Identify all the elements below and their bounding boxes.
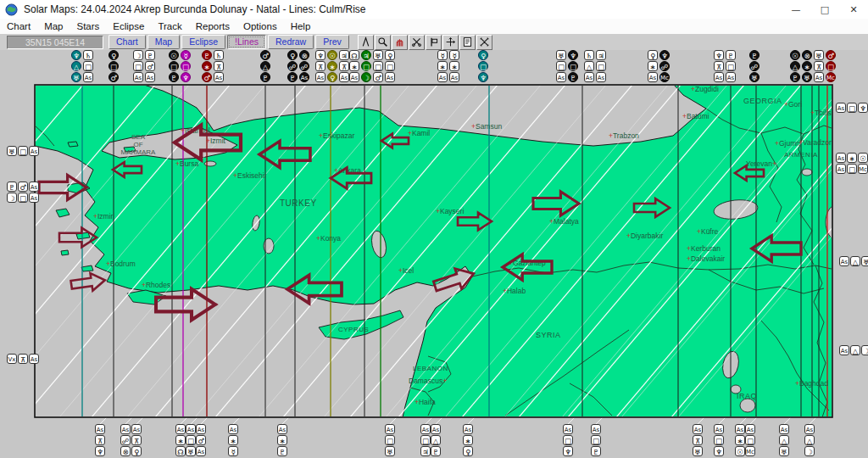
menu-item-map[interactable]: Map <box>37 21 70 31</box>
toolbar-button-redraw[interactable]: Redraw <box>268 35 314 49</box>
city-label: +Eskipazar <box>319 131 354 140</box>
island <box>68 142 78 147</box>
region-label: IRAQ <box>737 392 757 400</box>
leader-line <box>191 417 198 424</box>
city-label: +Trabzon <box>609 131 639 140</box>
menu-item-options[interactable]: Options <box>236 21 284 31</box>
app-icon <box>5 3 18 16</box>
hand-icon[interactable] <box>392 35 408 50</box>
toolbar-button-lines[interactable]: !Lines <box>227 35 266 49</box>
toolbar-button-prev[interactable]: Prev <box>315 35 349 49</box>
city-label: +Kayseri <box>436 207 464 215</box>
city-label: +Tbilisi <box>810 109 833 117</box>
city-label: +Bursa <box>175 159 198 168</box>
city-label: +Konya <box>316 234 341 243</box>
city-label: +Dalevakair <box>687 254 725 263</box>
leader-line <box>740 417 747 424</box>
menu-item-eclipse[interactable]: Eclipse <box>106 21 151 31</box>
menu-bar: ChartMapStarsEclipseTrackReportsOptionsH… <box>0 19 868 35</box>
leader-line <box>181 417 187 424</box>
city-label: +Kamil <box>408 129 430 137</box>
leader-line <box>426 417 432 424</box>
leader-line <box>390 417 397 424</box>
rotate-icon[interactable] <box>476 35 492 50</box>
lake <box>740 399 755 412</box>
menu-item-chart[interactable]: Chart <box>0 21 37 31</box>
toolbar: 35N15 045E14 ChartMapEclipse!LinesRedraw… <box>0 34 868 50</box>
region-label: CYPRUS <box>338 326 369 333</box>
window-title: Solar Maps: 24.04.2024 Akrep Burcunda Do… <box>24 3 366 15</box>
city-label: +Bodrum <box>106 260 136 268</box>
leader-line <box>719 417 726 424</box>
city-label: +Haifa <box>415 398 436 406</box>
leader-line <box>100 417 107 424</box>
city-label: +Diyarbakir <box>626 232 663 240</box>
solar-maps-window: +Istanbul+Izmit+Bursa+Izmir+Bodrum+Rhode… <box>0 0 868 458</box>
leader-line <box>282 417 289 424</box>
leader-line <box>698 417 704 424</box>
lake <box>802 169 812 176</box>
leader-line <box>125 417 132 424</box>
region-label: SYRIA <box>536 331 561 339</box>
city-label: +Samsun <box>471 122 502 131</box>
city-label: +Zugdidi <box>691 85 719 93</box>
region-label: LEBANON <box>413 365 448 372</box>
city-label: +Halab <box>503 287 526 295</box>
menu-item-track[interactable]: Track <box>151 21 188 31</box>
toolbar-button-map[interactable]: Map <box>147 35 180 49</box>
island <box>61 250 69 255</box>
menu-item-help[interactable]: Help <box>284 21 318 31</box>
minimize-button[interactable]: — <box>782 0 810 19</box>
menu-item-reports[interactable]: Reports <box>189 21 236 31</box>
close-button[interactable]: ✕ <box>839 0 868 19</box>
leader-line <box>784 417 791 424</box>
leader-line <box>136 417 143 424</box>
leader-line <box>436 417 442 424</box>
city-label: +Malatya <box>549 217 579 226</box>
city-label: +Küfre <box>697 227 719 236</box>
map-content: +Istanbul+Izmit+Bursa+Izmir+Bodrum+Rhode… <box>0 85 868 417</box>
city-label: Damascus+ <box>409 377 447 385</box>
leader-line <box>750 417 757 424</box>
scissors-icon[interactable] <box>409 35 425 50</box>
city-label: +Izmit <box>206 137 226 145</box>
move-icon[interactable] <box>442 35 459 50</box>
coordinate-display: 35N15 045E14 <box>7 36 103 49</box>
menu-item-stars[interactable]: Stars <box>70 21 107 31</box>
zoom-icon[interactable] <box>375 35 391 50</box>
city-label: +Varadzor <box>798 138 832 147</box>
leader-line <box>810 417 816 424</box>
toolbar-button-eclipse[interactable]: Eclipse <box>181 35 225 49</box>
maximize-button[interactable]: □ <box>810 0 839 19</box>
leader-line <box>201 417 208 424</box>
city-label: +Eskisehir <box>233 171 267 180</box>
region-label: GEORGIA <box>743 97 782 105</box>
city-label: +Rhodes <box>142 281 170 289</box>
leader-line <box>596 417 603 424</box>
city-label: +Izmir <box>93 212 114 221</box>
city-label: Yerevan+ <box>746 159 776 168</box>
region-label: TURKEY <box>280 198 317 208</box>
compass-icon[interactable] <box>358 35 374 50</box>
lake <box>826 205 846 239</box>
city-label: +Baghdad <box>795 379 828 388</box>
leader-line <box>468 417 475 424</box>
lake <box>204 161 216 166</box>
region-label: ARMENIA <box>784 151 818 159</box>
leader-line <box>233 417 240 424</box>
city-label: +Batumi <box>682 112 709 120</box>
city-label: +Icel <box>398 266 414 275</box>
city-label: +Kerburan <box>687 244 721 253</box>
report-icon[interactable] <box>459 35 476 50</box>
city-label: +Gori <box>784 100 802 109</box>
toolbar-button-chart[interactable]: Chart <box>108 35 146 49</box>
title-bar: Solar Maps: 24.04.2024 Akrep Burcunda Do… <box>0 0 868 20</box>
select-icon[interactable] <box>426 35 442 50</box>
leader-line <box>568 417 575 424</box>
city-label: +Gjumri <box>775 139 800 148</box>
map-svg[interactable]: +Istanbul+Izmit+Bursa+Izmir+Bodrum+Rhode… <box>0 0 868 458</box>
map-canvas[interactable]: +Istanbul+Izmit+Bursa+Izmir+Bodrum+Rhode… <box>0 0 868 458</box>
